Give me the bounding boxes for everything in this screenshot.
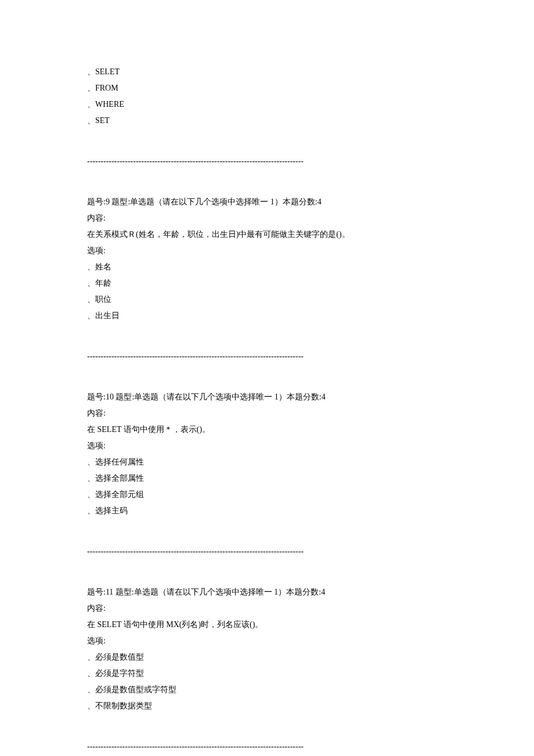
options-label: 选项: — [87, 438, 447, 454]
question-header: 题号:10 题型:单选题（请在以下几个选项中选择唯一 1）本题分数:4 — [87, 389, 447, 405]
option-a: 、SELET — [87, 64, 447, 80]
option-c: 、职位 — [87, 291, 447, 308]
question-header: 题号:9 题型:单选题（请在以下几个选项中选择唯一 1）本题分数:4 — [87, 194, 447, 210]
option-a: 、姓名 — [87, 259, 447, 275]
content-text: 在 SELET 语句中使用＊，表示()。 — [87, 422, 447, 438]
separator: ----------------------------------------… — [87, 739, 447, 755]
option-b: 、选择全部属性 — [87, 470, 447, 487]
option-a: 、必须是数值型 — [87, 649, 447, 665]
option-d: 、不限制数据类型 — [87, 698, 447, 714]
separator: ----------------------------------------… — [87, 543, 447, 560]
content-text: 在 SELET 语句中使用 MX(列名)时，列名应该()。 — [87, 617, 447, 633]
content-label: 内容: — [87, 405, 447, 422]
options-label: 选项: — [87, 633, 447, 649]
option-c: 、必须是数值型或字符型 — [87, 682, 447, 698]
option-b: 、年龄 — [87, 275, 447, 291]
question-10: 题号:10 题型:单选题（请在以下几个选项中选择唯一 1）本题分数:4 内容: … — [87, 389, 447, 519]
option-b: 、必须是字符型 — [87, 665, 447, 682]
content-label: 内容: — [87, 210, 447, 226]
options-label: 选项: — [87, 243, 447, 259]
option-d: 、选择主码 — [87, 503, 447, 519]
option-b: 、FROM — [87, 80, 447, 96]
separator: ----------------------------------------… — [87, 348, 447, 365]
option-c: 、选择全部元组 — [87, 487, 447, 503]
question-8-fragment: 、SELET 、FROM 、WHERE 、SET — [87, 64, 447, 129]
content-text: 在关系模式Ｒ(姓名，年龄，职位，出生日)中最有可能做主关键字的是()。 — [87, 226, 447, 243]
option-c: 、WHERE — [87, 96, 447, 113]
question-header: 题号:11 题型:单选题（请在以下几个选项中选择唯一 1）本题分数:4 — [87, 584, 447, 600]
option-d: 、SET — [87, 113, 447, 129]
question-11: 题号:11 题型:单选题（请在以下几个选项中选择唯一 1）本题分数:4 内容: … — [87, 584, 447, 714]
content-label: 内容: — [87, 600, 447, 617]
option-d: 、出生日 — [87, 308, 447, 324]
separator: ----------------------------------------… — [87, 153, 447, 170]
question-9: 题号:9 题型:单选题（请在以下几个选项中选择唯一 1）本题分数:4 内容: 在… — [87, 194, 447, 324]
option-a: 、选择任何属性 — [87, 454, 447, 470]
